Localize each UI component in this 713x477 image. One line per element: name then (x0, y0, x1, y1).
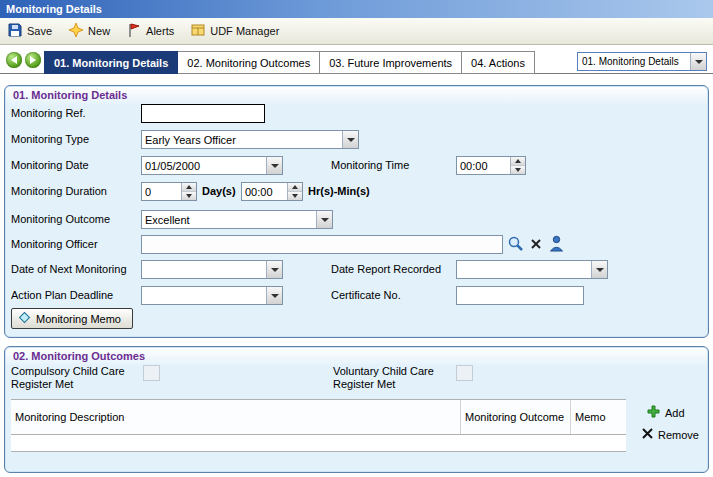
nav-back-button[interactable] (6, 52, 22, 68)
search-icon (507, 235, 524, 252)
duration-days-value: 0 (142, 186, 181, 198)
udf-manager-icon (190, 22, 206, 40)
tab-future-improvements[interactable]: 03. Future Improvements (320, 51, 462, 74)
monitoring-time-value: 00:00 (457, 160, 510, 172)
monitoring-officer-label: Monitoring Officer (11, 238, 98, 250)
monitoring-type-dropdown[interactable]: Early Years Officer (141, 130, 359, 149)
tab-select-dropdown[interactable]: 01. Monitoring Details (577, 52, 707, 71)
officer-clear-button[interactable] (529, 237, 543, 253)
monitoring-memo-label: Monitoring Memo (36, 313, 121, 325)
certificate-no-input[interactable] (456, 286, 584, 305)
tab-monitoring-details[interactable]: 01. Monitoring Details (44, 51, 178, 74)
udf-manager-label: UDF Manager (210, 25, 279, 37)
tab-strip: 01. Monitoring Details 02. Monitoring Ou… (0, 45, 713, 74)
spin-up-button[interactable] (288, 183, 302, 192)
duration-hours-spin-buttons (287, 183, 302, 200)
monitoring-officer-field[interactable] (141, 235, 503, 254)
remove-button[interactable]: Remove (641, 427, 699, 442)
monitoring-outcome-arrow-button[interactable] (316, 211, 332, 228)
tab-select-value: 01. Monitoring Details (578, 56, 690, 67)
date-next-monitoring-label: Date of Next Monitoring (11, 263, 127, 275)
outcomes-table-header: Monitoring Description Monitoring Outcom… (11, 399, 626, 435)
monitoring-memo-button[interactable]: Monitoring Memo (11, 308, 133, 329)
date-next-monitoring-dropdown[interactable] (141, 260, 283, 279)
back-arrow-icon (11, 56, 17, 64)
section2-title: 02. Monitoring Outcomes (13, 350, 145, 362)
officer-search-button[interactable] (507, 235, 524, 254)
monitoring-outcome-dropdown[interactable]: Excellent (141, 210, 333, 229)
monitoring-outcome-value: Excellent (142, 214, 316, 226)
voluntary-register-label: Voluntary Child Care Register Met (333, 365, 458, 391)
date-report-recorded-label: Date Report Recorded (331, 263, 441, 275)
chevron-down-icon (695, 60, 703, 64)
monitoring-date-label: Monitoring Date (11, 159, 89, 171)
remove-label: Remove (658, 429, 699, 441)
monitoring-type-value: Early Years Officer (142, 134, 342, 146)
duration-days-unit-label: Day(s) (202, 185, 236, 197)
monitoring-time-spin-buttons (510, 157, 525, 174)
tab-monitoring-outcomes[interactable]: 02. Monitoring Outcomes (178, 51, 320, 74)
monitoring-time-label: Monitoring Time (331, 159, 409, 171)
section1-title: 01. Monitoring Details (13, 89, 127, 101)
chevron-down-icon (596, 268, 604, 272)
monitoring-details-panel: 01. Monitoring Details Monitoring Ref. M… (4, 85, 709, 338)
alerts-flag-icon (126, 22, 142, 40)
tab-actions[interactable]: 04. Actions (462, 51, 535, 74)
arrow-down-icon (292, 194, 298, 198)
action-plan-deadline-dropdown[interactable] (141, 286, 283, 305)
monitoring-type-arrow-button[interactable] (342, 131, 358, 148)
add-plus-icon (646, 404, 661, 421)
new-icon (68, 22, 84, 40)
memo-diamond-icon (18, 311, 31, 326)
column-monitoring-description: Monitoring Description (11, 400, 461, 434)
forward-arrow-icon (30, 56, 36, 64)
chevron-down-icon (271, 268, 279, 272)
remove-x-icon (641, 427, 654, 442)
monitoring-duration-label: Monitoring Duration (11, 185, 107, 197)
alerts-button[interactable]: Alerts (126, 22, 174, 40)
tab-select-arrow-button[interactable] (690, 53, 706, 70)
voluntary-register-checkbox[interactable] (456, 365, 473, 381)
officer-person-button[interactable] (549, 235, 564, 254)
spin-up-button[interactable] (511, 157, 525, 166)
date-report-recorded-dropdown[interactable] (456, 260, 608, 279)
alerts-label: Alerts (146, 25, 174, 37)
save-label: Save (27, 25, 52, 37)
outcomes-table: Monitoring Description Monitoring Outcom… (11, 399, 626, 452)
monitoring-ref-label: Monitoring Ref. (11, 107, 86, 119)
new-button[interactable]: New (68, 22, 110, 40)
duration-hours-spinner[interactable]: 00:00 (241, 182, 303, 201)
window-title: Monitoring Details (6, 3, 102, 15)
spin-down-button[interactable] (288, 192, 302, 200)
duration-hours-value: 00:00 (242, 186, 287, 198)
chevron-down-icon (271, 164, 279, 168)
date-next-monitoring-arrow-button[interactable] (266, 261, 282, 278)
monitoring-ref-input[interactable] (141, 104, 265, 123)
monitoring-date-arrow-button[interactable] (266, 157, 282, 174)
monitoring-time-spinner[interactable]: 00:00 (456, 156, 526, 175)
nav-forward-button[interactable] (25, 52, 41, 68)
spin-down-button[interactable] (511, 166, 525, 174)
action-plan-deadline-arrow-button[interactable] (266, 287, 282, 304)
close-icon (529, 237, 543, 251)
spin-down-button[interactable] (182, 192, 196, 200)
add-label: Add (665, 407, 685, 419)
monitoring-outcomes-panel: 02. Monitoring Outcomes Compulsory Child… (4, 346, 709, 473)
monitoring-type-label: Monitoring Type (11, 133, 89, 145)
monitoring-date-dropdown[interactable]: 01/05/2000 (141, 156, 283, 175)
compulsory-register-label: Compulsory Child Care Register Met (11, 365, 136, 391)
compulsory-register-checkbox[interactable] (143, 365, 160, 381)
arrow-up-icon (186, 185, 192, 189)
arrow-down-icon (515, 168, 521, 172)
save-button[interactable]: Save (7, 22, 52, 40)
outcomes-table-body[interactable] (11, 435, 626, 452)
spin-up-button[interactable] (182, 183, 196, 192)
add-button[interactable]: Add (646, 404, 685, 421)
column-monitoring-outcome: Monitoring Outcome (461, 400, 571, 434)
date-report-recorded-arrow-button[interactable] (591, 261, 607, 278)
udf-manager-button[interactable]: UDF Manager (190, 22, 279, 40)
tab-list: 01. Monitoring Details 02. Monitoring Ou… (44, 51, 535, 74)
arrow-up-icon (515, 159, 521, 163)
duration-days-spinner[interactable]: 0 (141, 182, 197, 201)
person-icon (549, 235, 564, 252)
